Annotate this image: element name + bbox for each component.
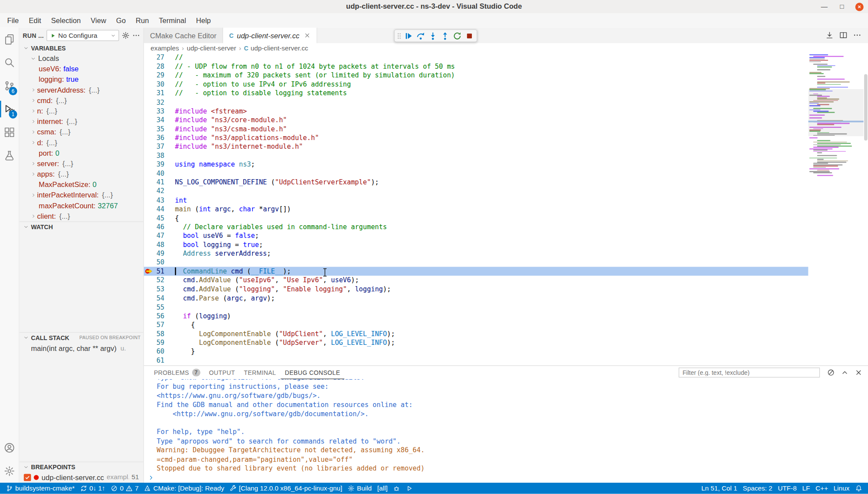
line-number[interactable]: 29 <box>155 72 175 80</box>
activitybar-run-and-debug[interactable]: 1 <box>0 97 19 120</box>
code-line[interactable]: 42 <box>144 187 808 196</box>
panel-tab-output[interactable]: OUTPUT <box>204 366 239 379</box>
close-button[interactable]: × <box>855 3 864 11</box>
code-content[interactable]: // - option to use IPv4 or IPv6 addressi… <box>175 80 351 89</box>
code-line[interactable]: 37#include "ns3/internet-module.h" <box>144 142 808 151</box>
menu-file[interactable]: File <box>2 15 24 27</box>
editor-gutter[interactable]: 61 <box>144 356 175 365</box>
editor-gutter[interactable]: 27 <box>144 53 175 62</box>
variable-n[interactable]: n:{...} <box>20 106 144 116</box>
glyph-margin[interactable] <box>144 329 155 338</box>
glyph-margin[interactable] <box>144 62 155 71</box>
breakpoint-row[interactable]: udp-client-server.cc exampl... 51 <box>20 472 144 483</box>
status-encoding[interactable]: UTF-8 <box>775 483 799 494</box>
editor-gutter[interactable]: 48 <box>144 240 175 249</box>
glyph-margin[interactable] <box>144 320 155 329</box>
code-content[interactable]: NS_LOG_COMPONENT_DEFINE ("UdpClientServe… <box>175 178 379 187</box>
code-content[interactable]: // - option to disable logging statement… <box>175 89 347 97</box>
panel-tab-debug-console[interactable]: DEBUG CONSOLE <box>280 366 345 379</box>
glyph-margin[interactable] <box>144 276 155 284</box>
code-line[interactable]: 57 { <box>144 320 808 329</box>
code-line[interactable]: 27// <box>144 53 808 62</box>
code-content[interactable]: Address serverAddress; <box>175 249 271 258</box>
minimize-button[interactable]: — <box>820 2 828 11</box>
code-line[interactable]: 58 LogComponentEnable ("UdpClient", LOG_… <box>144 329 808 338</box>
code-line[interactable]: 51 CommandLine cmd (__FILE__); <box>144 267 808 276</box>
editor-gutter[interactable]: 50 <box>144 258 175 267</box>
code-line[interactable]: 34#include "ns3/core-module.h" <box>144 116 808 124</box>
glyph-margin[interactable] <box>144 80 155 89</box>
menu-run[interactable]: Run <box>131 15 154 27</box>
editor-gutter[interactable]: 40 <box>144 169 175 178</box>
code-content[interactable]: int <box>175 196 187 204</box>
editor-gutter[interactable]: 38 <box>144 151 175 160</box>
code-content[interactable]: // - UDP flow from n0 to n1 of 1024 byte… <box>175 62 455 71</box>
line-number[interactable]: 28 <box>155 63 175 70</box>
glyph-margin[interactable] <box>144 107 155 115</box>
glyph-margin[interactable] <box>144 160 155 169</box>
editor-gutter[interactable]: 51 <box>144 267 175 276</box>
editor-gutter[interactable]: 29 <box>144 71 175 80</box>
maximize-panel-icon[interactable] <box>841 369 849 377</box>
breadcrumb-item[interactable]: examples <box>150 44 179 52</box>
variable-server[interactable]: server:{...} <box>20 158 144 169</box>
activitybar-accounts[interactable] <box>0 436 19 459</box>
editor-gutter[interactable]: 39 <box>144 160 175 169</box>
activitybar-source-control[interactable]: 6 <box>0 74 19 97</box>
glyph-margin[interactable] <box>144 169 155 178</box>
code-line[interactable]: 45{ <box>144 214 808 222</box>
editor-gutter[interactable]: 46 <box>144 222 175 231</box>
editor-gutter[interactable]: 42 <box>144 187 175 196</box>
editor-gutter[interactable]: 28 <box>144 62 175 71</box>
editor-gutter[interactable]: 43 <box>144 196 175 204</box>
menu-help[interactable]: Help <box>191 15 216 27</box>
editor-gutter[interactable]: 35 <box>144 124 175 133</box>
code-line[interactable]: 50 <box>144 258 808 267</box>
variable-cmd[interactable]: cmd:{...} <box>20 95 144 106</box>
stop-button[interactable] <box>464 30 474 41</box>
editor-gutter[interactable]: 33 <box>144 107 175 115</box>
code-line[interactable]: 30// - option to use IPv4 or IPv6 addres… <box>144 80 808 89</box>
code-content[interactable]: // - maximum of 320 packets sent (or lim… <box>175 71 455 80</box>
editor-gutter[interactable]: 60 <box>144 347 175 356</box>
glyph-margin[interactable] <box>144 249 155 258</box>
variable-d[interactable]: d:{...} <box>20 137 144 148</box>
maximize-button[interactable]: □ <box>838 2 846 11</box>
scrollbar-thumb[interactable] <box>864 74 868 141</box>
code-line[interactable]: 29// - maximum of 320 packets sent (or l… <box>144 71 808 80</box>
editor-gutter[interactable]: 59 <box>144 338 175 347</box>
code-line[interactable]: 55 <box>144 303 808 311</box>
glyph-margin[interactable] <box>144 71 155 80</box>
code-line[interactable]: 41NS_LOG_COMPONENT_DEFINE ("UdpClientSer… <box>144 178 808 187</box>
line-number[interactable]: 51 <box>155 267 175 275</box>
status-language-mode[interactable]: C++ <box>813 483 831 494</box>
glyph-margin[interactable] <box>144 178 155 187</box>
line-number[interactable]: 58 <box>155 330 175 338</box>
line-number[interactable]: 32 <box>155 98 175 106</box>
continue-button[interactable] <box>403 30 414 41</box>
status-eol[interactable]: LF <box>799 483 813 494</box>
line-number[interactable]: 55 <box>155 303 175 311</box>
code-line[interactable]: 48 bool logging = true; <box>144 240 808 249</box>
line-number[interactable]: 46 <box>155 223 175 231</box>
code-line[interactable]: 43int <box>144 196 808 204</box>
code-line[interactable]: 54 cmd.Parse (argc, argv); <box>144 294 808 302</box>
split-editor-icon[interactable] <box>839 31 848 39</box>
variable-serverAddress[interactable]: serverAddress:{...} <box>20 85 144 95</box>
code-content[interactable]: #include "ns3/applications-module.h" <box>175 134 319 142</box>
menu-edit[interactable]: Edit <box>24 15 46 27</box>
status-cmake-target[interactable]: [all] <box>374 483 391 494</box>
status-git-sync[interactable]: 0↓ 1↑ <box>77 483 108 494</box>
glyph-margin[interactable] <box>144 258 155 267</box>
debug-config-dropdown[interactable]: No Configura <box>47 30 119 41</box>
code-line[interactable]: 35#include "ns3/csma-module.h" <box>144 124 808 133</box>
editor-scrollbar[interactable] <box>864 53 868 365</box>
code-editor[interactable]: 27//28// - UDP flow from n0 to n1 of 102… <box>144 53 868 365</box>
line-number[interactable]: 56 <box>155 312 175 320</box>
close-icon[interactable] <box>304 32 310 39</box>
line-number[interactable]: 57 <box>155 321 175 329</box>
code-line[interactable]: 52 cmd.AddValue ("useIpv6", "Use Ipv6", … <box>144 276 808 284</box>
glyph-margin[interactable] <box>144 240 155 249</box>
menu-selection[interactable]: Selection <box>46 15 86 27</box>
code-line[interactable]: 31// - option to disable logging stateme… <box>144 89 808 97</box>
